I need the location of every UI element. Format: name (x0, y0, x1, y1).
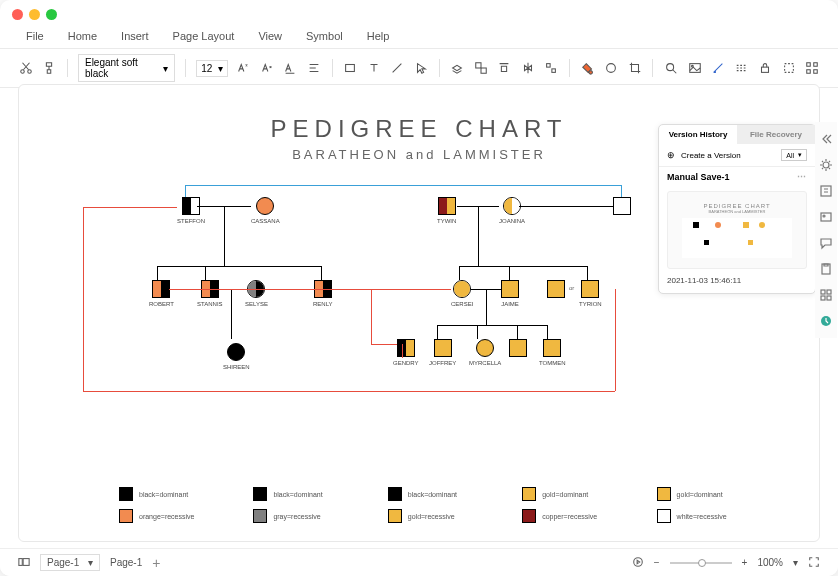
tab-file-recovery[interactable]: File Recovery (737, 125, 815, 144)
legend-item: gold=dominant (657, 487, 779, 501)
svg-rect-13 (807, 63, 811, 67)
chevron-down-icon: ▾ (163, 63, 168, 74)
menu-symbol[interactable]: Symbol (306, 30, 343, 42)
svg-point-0 (21, 70, 25, 74)
node-tywin[interactable]: TYWIN (437, 197, 456, 224)
collapse-icon[interactable] (819, 132, 833, 146)
or-label: or (569, 285, 574, 291)
more-icon[interactable] (804, 60, 820, 76)
svg-rect-3 (476, 63, 481, 68)
group-icon[interactable] (473, 60, 489, 76)
svg-rect-4 (481, 68, 486, 73)
page-tab[interactable]: Page-1 (110, 557, 142, 568)
toolbar: Elegant soft black▾ 12▾ (0, 48, 838, 88)
page-select[interactable]: Page-1▾ (40, 554, 100, 571)
font-size-select[interactable]: 12▾ (196, 60, 227, 77)
decrease-font-icon[interactable] (259, 60, 275, 76)
crop-icon[interactable] (627, 60, 643, 76)
shape-style-icon[interactable] (603, 60, 619, 76)
text-tool-icon[interactable] (366, 60, 382, 76)
rectangle-tool-icon[interactable] (343, 60, 359, 76)
node-cersei[interactable]: CERSEI (451, 280, 473, 307)
maximize-window-button[interactable] (46, 9, 57, 20)
menu-help[interactable]: Help (367, 30, 390, 42)
zoom-in-button[interactable]: + (742, 557, 748, 568)
node-steffon[interactable]: STEFFON (177, 197, 205, 224)
node-myrcella[interactable]: MYRCELLA (469, 339, 501, 366)
legend-item: black=dominant (253, 487, 375, 501)
fill-color-icon[interactable] (580, 60, 596, 76)
distribute-icon[interactable] (544, 60, 560, 76)
comments-icon[interactable] (819, 236, 833, 250)
version-more-icon[interactable]: ⋯ (797, 172, 807, 182)
legend-item: orange=recessive (119, 509, 241, 523)
line-style-icon[interactable] (734, 60, 750, 76)
create-version-button[interactable]: Create a Version (681, 151, 775, 160)
font-style-icon[interactable] (283, 60, 299, 76)
close-window-button[interactable] (12, 9, 23, 20)
node-tommen[interactable]: TOMMEN (539, 339, 566, 366)
node-shireen[interactable]: SHIREEN (223, 343, 250, 370)
node-cassana[interactable]: CASSANA (251, 197, 280, 224)
node-tyrion[interactable]: TYRION (579, 280, 602, 307)
node-stannis[interactable]: STANNIS (197, 280, 223, 307)
theme-icon[interactable] (819, 158, 833, 172)
node-joffrey[interactable]: JOFFREY (429, 339, 456, 366)
node-jaime[interactable]: JAIME (501, 280, 519, 307)
history-icon[interactable] (819, 314, 833, 328)
zoom-out-button[interactable]: − (654, 557, 660, 568)
clipboard-icon[interactable] (819, 262, 833, 276)
node-gendry[interactable]: GENDRY (393, 339, 419, 366)
svg-point-8 (667, 64, 674, 71)
legend-item: gold=recessive (388, 509, 510, 523)
font-select[interactable]: Elegant soft black▾ (78, 54, 175, 82)
properties-icon[interactable] (819, 184, 833, 198)
version-history-panel[interactable]: Version History File Recovery ⊕ Create a… (658, 124, 816, 294)
tab-version-history[interactable]: Version History (659, 125, 737, 144)
menu-insert[interactable]: Insert (121, 30, 149, 42)
format-painter-icon[interactable] (42, 60, 58, 76)
pen-icon[interactable] (710, 60, 726, 76)
version-filter-select[interactable]: All▾ (781, 149, 807, 161)
line-tool-icon[interactable] (390, 60, 406, 76)
status-bar: Page-1▾ Page-1 + − + 100% ▾ (0, 548, 838, 576)
library-icon[interactable] (819, 288, 833, 302)
svg-rect-16 (814, 70, 818, 74)
increase-font-icon[interactable] (236, 60, 252, 76)
svg-point-17 (823, 162, 829, 168)
node-selyse[interactable]: SELYSE (245, 280, 268, 307)
image-placeholder-icon[interactable] (687, 60, 703, 76)
node-joanina[interactable]: JOANINA (499, 197, 525, 224)
node-robert[interactable]: ROBERT (149, 280, 174, 307)
legend: black=dominant black=dominant black=domi… (119, 487, 779, 523)
node-tommen-1[interactable] (509, 339, 527, 357)
presentation-icon[interactable] (632, 556, 644, 570)
add-page-button[interactable]: + (152, 555, 160, 571)
zoom-slider[interactable] (670, 562, 732, 564)
node-renly[interactable]: RENLY (313, 280, 333, 307)
menu-home[interactable]: Home (68, 30, 97, 42)
node-unknown-right[interactable] (613, 197, 631, 215)
align-icon[interactable] (306, 60, 322, 76)
svg-rect-24 (821, 296, 825, 300)
cut-icon[interactable] (18, 60, 34, 76)
layer-back-icon[interactable] (450, 60, 466, 76)
zoom-value[interactable]: 100% (757, 557, 783, 568)
node-jaime-or[interactable] (547, 280, 565, 298)
search-icon[interactable] (663, 60, 679, 76)
svg-rect-27 (19, 558, 22, 565)
layers-icon[interactable] (819, 210, 833, 224)
menu-file[interactable]: File (26, 30, 44, 42)
menu-view[interactable]: View (258, 30, 282, 42)
pointer-tool-icon[interactable] (413, 60, 429, 76)
lock-icon[interactable] (757, 60, 773, 76)
version-thumbnail[interactable]: PEDIGREE CHART BARATHEON and LAMMISTER (667, 191, 807, 269)
fullscreen-icon[interactable] (808, 556, 820, 570)
legend-item: gray=recessive (253, 509, 375, 523)
align-objects-icon[interactable] (497, 60, 513, 76)
minimize-window-button[interactable] (29, 9, 40, 20)
menu-page-layout[interactable]: Page Layout (173, 30, 235, 42)
page-view-icon[interactable] (18, 556, 30, 570)
select-icon[interactable] (781, 60, 797, 76)
flip-icon[interactable] (520, 60, 536, 76)
